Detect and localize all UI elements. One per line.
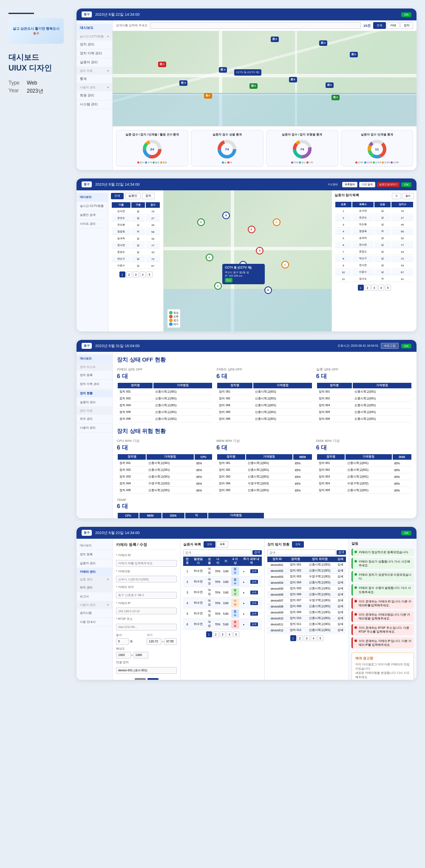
table-row[interactable]: 장치 005신종시학교(001)85%: [118, 488, 212, 494]
row4-action-btn[interactable]: 상세: [250, 601, 258, 605]
table-row[interactable]: 이문수남67: [112, 263, 160, 269]
screen2-filter-btn[interactable]: 필터: [402, 193, 414, 199]
screen4-sidebar-notice[interactable]: 공지사항: [76, 609, 112, 618]
table-row[interactable]: 장치 002신종시학교(001)85%: [317, 467, 411, 473]
circle-2[interactable]: B: [222, 212, 230, 219]
screen4-sidebar-missing[interactable]: 실종자 관리: [76, 559, 112, 568]
table-row[interactable]: 장치 001신종시학교(001)85%: [118, 461, 212, 467]
table-row[interactable]: device006장치 006신종시학교(001)상세: [267, 592, 346, 598]
table-row[interactable]: 5송귀하남32: [335, 235, 413, 241]
screen3-sidebar-status[interactable]: 장치 현황: [76, 390, 112, 397]
circle-8[interactable]: O: [281, 261, 289, 269]
form-cancel-btn[interactable]: 취소: [135, 678, 146, 680]
screen3-sidebar-dashboard[interactable]: 대시보드: [76, 354, 112, 363]
table-row[interactable]: 3하수연여성70%3.80 발견 ● 상세: [183, 587, 262, 598]
circle-1[interactable]: G: [197, 218, 205, 226]
screen2-tab-map[interactable]: 지도형태: [325, 182, 340, 187]
row1-action-btn[interactable]: 상세: [250, 569, 258, 573]
page-btn-4[interactable]: 4: [140, 271, 146, 277]
tab-all[interactable]: 전체: [373, 22, 386, 29]
page-t1-1[interactable]: 1: [206, 631, 212, 637]
row2-action-btn[interactable]: 상세: [250, 580, 258, 584]
row6-action-btn[interactable]: 상세: [250, 622, 258, 626]
circle-3[interactable]: R: [248, 226, 255, 233]
table-row[interactable]: 장치 004수영구학교(022)85%: [118, 481, 212, 487]
map-marker-5[interactable]: 图 3: [219, 67, 227, 73]
table-row[interactable]: device010장치 010신종시학교(001)상세: [267, 616, 346, 622]
map-marker-11[interactable]: 图 0: [332, 95, 340, 100]
screen2-sidebar-sysadmin[interactable]: 사이트 관리: [76, 220, 108, 229]
table-row[interactable]: 6천사연남77: [335, 242, 413, 248]
table1-search-btn[interactable]: 검색: [252, 550, 262, 555]
screen3-sidebar-device-hist[interactable]: 장치 이력 관리: [76, 380, 112, 389]
sidebar-item-stats[interactable]: 통계: [76, 75, 112, 84]
table-row[interactable]: 2하수연여성70%3.80 접수 ● 상세: [183, 577, 262, 587]
cctv-popup[interactable]: CCTV 동 (CCTV 제): [234, 69, 261, 76]
table-row[interactable]: 장치 006신종시학교(001): [317, 416, 411, 422]
screen3-sidebar-device-reg[interactable]: 장치 등록: [76, 371, 112, 380]
table-row[interactable]: device011장치 011신종시학교(001)상세: [267, 622, 346, 628]
page-btn-2[interactable]: 2: [126, 271, 132, 277]
page-t2-4[interactable]: 4: [311, 635, 317, 641]
screen2-list-tab-all[interactable]: 전체: [111, 193, 124, 199]
table-row[interactable]: 박산구남72: [112, 256, 160, 262]
table-row[interactable]: 장치 004신종시학교(001): [217, 403, 312, 409]
form-res-h[interactable]: [133, 652, 148, 659]
table-row[interactable]: 장치 003신종시학교(001)85%: [217, 474, 312, 480]
map-marker-10[interactable]: 图 6: [204, 93, 212, 99]
table-row[interactable]: device009장치 009신종시학교(001)상세: [267, 610, 346, 616]
table-row[interactable]: 3차도혜남40: [335, 222, 413, 228]
table-row[interactable]: 장치 003신종시학교(001)85%: [118, 474, 212, 480]
page-btn-r4[interactable]: 4: [378, 285, 384, 291]
table-row[interactable]: device002장치 002신종시학교(001)상세: [267, 568, 346, 574]
table-row[interactable]: 1하수연여성70%3.80 접수 ● 상세: [183, 566, 262, 577]
map-marker-6[interactable]: 图 6: [179, 80, 187, 86]
table-row[interactable]: 차도혜남40: [112, 222, 160, 228]
table-row[interactable]: 2전건도남27: [335, 215, 413, 221]
table-row[interactable]: 장치 002신종시학교(001)85%: [217, 467, 312, 473]
table-row[interactable]: 장치 005신종시학교(001)85%: [317, 488, 411, 494]
form-res-w[interactable]: [116, 652, 131, 659]
page-btn-5[interactable]: 5: [147, 271, 153, 277]
screen2-sidebar-cctv[interactable]: 실시간 CCTV현황: [76, 202, 108, 211]
page-t1-5[interactable]: 5: [233, 631, 239, 637]
table-row[interactable]: 9천사연남43: [335, 263, 413, 269]
table2-search-input[interactable]: [267, 549, 336, 555]
table1-search-input[interactable]: [183, 549, 252, 555]
sidebar-item-device[interactable]: 장치 관리: [76, 40, 112, 49]
page-btn-1[interactable]: 1: [119, 271, 125, 277]
screen4-sidebar-device[interactable]: 장치 등록: [76, 550, 112, 559]
sidebar-item-history[interactable]: 장치 이력 관리: [76, 49, 112, 58]
form-input-ip[interactable]: [116, 608, 177, 614]
table-row[interactable]: 장치 004신종시학교(001): [118, 403, 212, 409]
screen4-sidebar-report[interactable]: 보고서: [76, 592, 112, 601]
screen2-sort-btn[interactable]: 수: [392, 193, 401, 199]
sidebar-item-missing[interactable]: 실종자 관리: [76, 58, 112, 67]
table-row[interactable]: 장치 002신종시학교(001)85%: [118, 467, 212, 473]
table-row[interactable]: device012장치 012신종시학교(001)상세: [267, 628, 346, 633]
table-row[interactable]: 10이문수남67: [335, 269, 413, 275]
screen3-sidebar-location[interactable]: 위치 관리: [76, 415, 112, 424]
screen4-sidebar-active[interactable]: 카메라 관리: [76, 568, 112, 576]
screen3-sidebar-user[interactable]: 사용자 관리: [76, 424, 112, 433]
form-input-id[interactable]: [116, 560, 177, 567]
page-t1-4[interactable]: 4: [227, 631, 232, 637]
screen2-emergency-btn[interactable]: 실종인 탐색하기: [377, 182, 400, 187]
form-save-btn[interactable]: 저장: [147, 678, 159, 680]
screen2-list-tab-device[interactable]: 장치: [142, 193, 155, 199]
table-row[interactable]: 장치 001신종시학교(001): [118, 389, 212, 395]
form-input-location[interactable]: [116, 592, 177, 599]
page-btn-3[interactable]: 3: [133, 271, 139, 277]
map-marker-3[interactable]: 图 0: [271, 37, 279, 42]
table-row[interactable]: 문정도남43: [112, 249, 160, 255]
circle-4[interactable]: O: [273, 218, 280, 226]
screen2-sidebar-search[interactable]: 실종인 검색: [76, 211, 108, 220]
screen2-tab-detail[interactable]: 기간 탐색: [359, 182, 375, 187]
page-btn-r5[interactable]: 5: [385, 285, 391, 291]
table-row[interactable]: 장치 001신종시학교(001): [217, 389, 312, 395]
table-row[interactable]: 장치 001신종시학교(001): [317, 389, 411, 395]
circle-9[interactable]: G: [214, 282, 222, 290]
form-input-rtsp[interactable]: [116, 624, 177, 631]
sidebar-item-logout[interactable]: 시스템 관리: [76, 100, 112, 109]
table-row[interactable]: device004장치 004신종시학교(001)상세: [267, 580, 346, 586]
